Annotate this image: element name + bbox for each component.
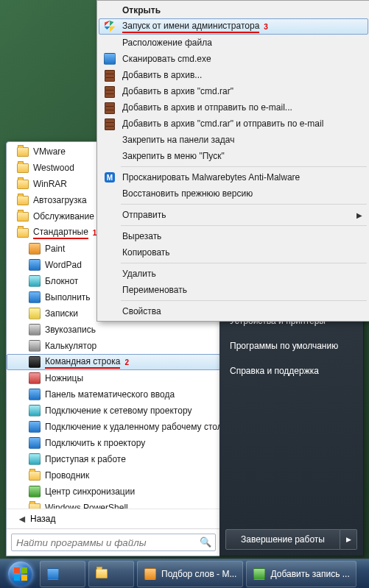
right-panel-item[interactable]: Справка и поддержка (219, 358, 363, 383)
context-menu-icon (102, 150, 118, 162)
program-item-label: Выполнить (45, 292, 91, 302)
context-menu-label: Просканировать Malwarebytes Anti-Malware (122, 172, 300, 183)
program-item[interactable]: Подключение к сетевому проектору (7, 403, 220, 419)
folder-icon (17, 163, 29, 173)
malwarebytes-icon: M (105, 172, 115, 183)
context-menu-item[interactable]: Расположение файла (99, 35, 368, 51)
program-item-icon (29, 340, 41, 352)
app-icon (47, 568, 59, 580)
taskbar-item-label: Подбор слов - М... (161, 569, 236, 579)
context-menu-item[interactable]: Удалить (99, 266, 368, 282)
app-icon (29, 243, 41, 255)
context-menu-label: Открыть (122, 5, 161, 15)
start-menu-right-panel: Панель управленияУстройства и принтерыПр… (219, 283, 364, 556)
program-item[interactable]: Подключить к проектору (7, 435, 220, 451)
program-item[interactable]: Командная строка2 (7, 354, 220, 370)
context-menu-label: Расположение файла (122, 38, 212, 48)
program-item[interactable]: Калькулятор (7, 338, 220, 354)
app-icon (29, 453, 41, 465)
separator (121, 166, 367, 167)
context-menu-item[interactable]: Переименовать (99, 282, 368, 298)
blank-icon (105, 306, 115, 316)
context-menu-item[interactable]: Вырезать (99, 228, 368, 244)
app-icon (253, 568, 265, 580)
folder-icon (29, 503, 41, 509)
program-item[interactable]: Проводник (7, 467, 220, 483)
program-item-label: WordPad (45, 260, 82, 270)
blank-icon (105, 135, 115, 145)
program-item-label: Paint (45, 244, 65, 254)
skype-icon (46, 567, 60, 581)
context-menu-item[interactable]: Свойства (99, 303, 368, 319)
context-menu-item[interactable]: Запуск от имени администратора3 (99, 18, 368, 35)
program-item[interactable]: Панель математического ввода (7, 386, 220, 403)
folder-icon (17, 196, 29, 205)
context-menu-item[interactable]: Сканировать cmd.exe (99, 51, 368, 67)
program-item-icon (29, 470, 41, 481)
app-icon (29, 275, 41, 287)
context-menu-item[interactable]: Добавить в архив... (99, 67, 368, 83)
context-menu-item[interactable]: Закрепить в меню "Пуск" (99, 148, 368, 164)
program-item-icon (29, 405, 41, 417)
right-panel-item[interactable]: Программы по умолчанию (219, 333, 363, 358)
context-menu-label: Закрепить в меню "Пуск" (122, 151, 225, 161)
context-menu-label: Добавить в архив и отправить по e-mail..… (122, 102, 292, 113)
context-menu-item[interactable]: Копировать (99, 244, 368, 261)
context-menu-item[interactable]: Открыть (99, 2, 368, 18)
back-arrow-icon: ◄ (17, 513, 30, 525)
program-item-label: WinRAR (33, 179, 67, 189)
context-menu-icon (102, 102, 118, 113)
program-item-icon (17, 227, 29, 238)
taskbar-item-skype[interactable] (40, 561, 85, 587)
back-label: Назад (30, 514, 55, 524)
app-icon (29, 291, 41, 303)
start-button[interactable] (3, 561, 38, 587)
taskbar-item-label: Добавить запись ... (270, 569, 349, 579)
program-item-label: Подключение к удаленному рабочему стол..… (45, 422, 220, 432)
taskbar-item-explorer[interactable] (88, 561, 134, 587)
context-menu-icon (102, 37, 118, 49)
back-button[interactable]: ◄ Назад (7, 509, 220, 528)
program-item[interactable]: Windows PowerShell (7, 500, 220, 509)
program-item[interactable]: Звукозапись (7, 322, 220, 338)
context-menu-item[interactable]: Добавить в архив "cmd.rar" и отправить п… (99, 116, 368, 132)
context-menu-label: Запуск от имени администратора (122, 21, 259, 33)
context-menu-item[interactable]: Отправить▶ (99, 207, 368, 223)
search-input[interactable] (11, 534, 216, 551)
shutdown-options-button[interactable]: ▶ (340, 529, 357, 550)
program-item-icon (29, 324, 41, 336)
context-menu-item[interactable]: Добавить в архив и отправить по e-mail..… (99, 99, 368, 116)
program-item-label: Блокнот (45, 276, 78, 286)
archive-icon (105, 118, 115, 129)
context-menu-label: Сканировать cmd.exe (122, 54, 211, 64)
context-menu-icon (102, 69, 118, 81)
program-item-icon (17, 146, 29, 157)
context-menu-icon (102, 85, 118, 97)
context-menu-icon (102, 230, 118, 242)
program-item-label: Подключение к сетевому проектору (45, 405, 191, 416)
program-item[interactable]: Приступая к работе (7, 451, 220, 467)
program-item-label: Ножницы (45, 373, 83, 383)
context-menu-label: Добавить в архив... (122, 70, 202, 80)
program-item[interactable]: Подключение к удаленному рабочему стол..… (7, 419, 220, 435)
context-menu-icon (102, 209, 118, 221)
taskbar-item-chrome[interactable]: Добавить запись ... (246, 561, 356, 587)
context-menu-icon (102, 247, 118, 258)
program-item-icon (29, 453, 41, 465)
context-menu-item[interactable]: MПросканировать Malwarebytes Anti-Malwar… (99, 169, 368, 185)
program-item-label: Командная строка (45, 356, 120, 369)
context-menu-item[interactable]: Добавить в архив "cmd.rar" (99, 83, 368, 99)
context-menu-label: Удалить (122, 269, 156, 279)
svg-rect-0 (14, 567, 20, 573)
context-menu-item[interactable]: Восстановить прежнюю версию (99, 185, 368, 202)
folder-icon (17, 212, 29, 222)
shutdown-button[interactable]: Завершение работы (225, 529, 340, 550)
context-menu: ОткрытьЗапуск от имени администратора3Ра… (96, 0, 369, 322)
taskbar-item-firefox[interactable]: Подбор слов - М... (137, 561, 243, 587)
program-item[interactable]: Ножницы (7, 370, 220, 386)
chrome-icon (253, 567, 266, 581)
program-item[interactable]: Центр синхронизации (7, 483, 220, 500)
blank-icon (105, 151, 115, 161)
shield-icon (105, 21, 115, 32)
context-menu-item[interactable]: Закрепить на панели задач (99, 132, 368, 148)
